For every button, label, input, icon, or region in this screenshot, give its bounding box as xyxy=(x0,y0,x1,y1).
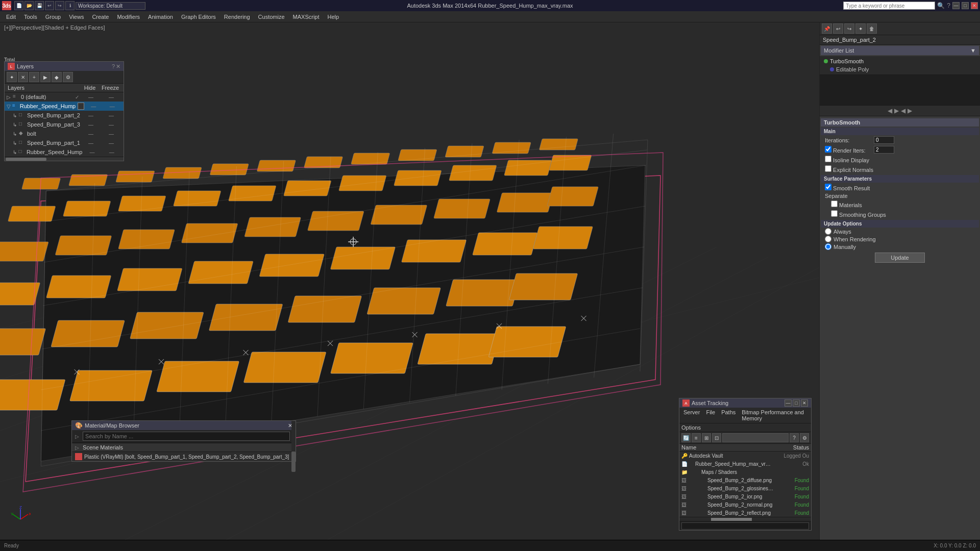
layer-row-bolt[interactable]: ↳ ◆ bolt — — xyxy=(5,129,124,138)
at-maximize-btn[interactable]: □ xyxy=(793,399,800,407)
at-row-reflect[interactable]: 🖼 Speed_Bump_2_reflect.png Found xyxy=(679,509,811,517)
menu-customize[interactable]: Customize xyxy=(254,13,289,21)
modifier-editablepoly[interactable]: Editable Poly xyxy=(820,65,980,73)
layers-delete-btn[interactable]: ✕ xyxy=(18,72,28,82)
mat-browser-search-input[interactable] xyxy=(83,432,290,441)
at-row-maps-shaders[interactable]: 📁 Maps / Shaders xyxy=(679,468,811,476)
layers-scrollbar-thumb[interactable] xyxy=(6,158,46,161)
at-tb-large[interactable]: ⊡ xyxy=(712,433,721,442)
pin-icon[interactable]: 📌 xyxy=(822,23,832,34)
layers-add-btn[interactable]: + xyxy=(29,72,39,82)
minimize-button[interactable]: — xyxy=(952,2,960,9)
at-settings-btn[interactable]: ⚙ xyxy=(800,433,809,442)
explicit-normals-checkbox[interactable] xyxy=(825,165,831,172)
modifier-turbosmooth[interactable]: TurboSmooth xyxy=(820,57,980,65)
menu-help[interactable]: Help xyxy=(324,13,344,21)
close-button[interactable]: ✕ xyxy=(971,2,978,9)
at-menu-paths[interactable]: Paths xyxy=(719,409,738,422)
open-btn[interactable]: 📂 xyxy=(24,1,34,10)
when-rendering-radio[interactable] xyxy=(825,236,831,242)
modifier-list-dropdown-icon[interactable]: ▼ xyxy=(970,47,976,54)
always-radio[interactable] xyxy=(825,228,831,235)
stack-nav-down[interactable]: ▶ xyxy=(894,107,899,114)
at-menu-file[interactable]: File xyxy=(704,409,717,422)
smooth-result-checkbox[interactable] xyxy=(825,184,831,190)
at-tb-list[interactable]: ≡ xyxy=(692,433,701,442)
layers-highlight-btn[interactable]: ◆ xyxy=(52,72,62,82)
menu-modifiers[interactable]: Modifiers xyxy=(113,13,144,21)
mat-browser-scrollbar[interactable] xyxy=(291,421,296,461)
at-menu-bitmap[interactable]: Bitmap Performance and Memory xyxy=(740,409,809,422)
scene-info-btn[interactable]: ℹ xyxy=(65,1,75,10)
layer-row-sb2[interactable]: ↳ □ Speed_Bump_part_2 — — xyxy=(5,111,124,120)
manually-radio[interactable] xyxy=(825,243,831,250)
layers-select-btn[interactable]: ▶ xyxy=(40,72,51,82)
menu-edit[interactable]: Edit xyxy=(2,13,20,21)
at-close-btn[interactable]: ✕ xyxy=(801,399,808,407)
stack-nav-left[interactable]: ◀ xyxy=(901,107,905,114)
layer-row-sb3[interactable]: ↳ □ Speed_Bump_part_3 — — xyxy=(5,120,124,129)
at-maps-icon: 📁 xyxy=(681,469,688,475)
layer-row-default[interactable]: ▷ ≡ 0 (default) ✓ — — xyxy=(5,92,124,102)
redo-btn[interactable]: ↪ xyxy=(55,1,64,10)
at-menu-server[interactable]: Server xyxy=(681,409,702,422)
at-tb-details[interactable]: ⊞ xyxy=(702,433,711,442)
help-btn[interactable]: ? xyxy=(947,2,950,9)
at-help-btn[interactable]: ? xyxy=(790,433,799,442)
layer-2-hide: — xyxy=(81,113,101,118)
menu-views[interactable]: Views xyxy=(65,13,88,21)
menu-tools[interactable]: Tools xyxy=(20,13,41,21)
at-search-input[interactable] xyxy=(681,522,809,530)
materials-checkbox[interactable] xyxy=(831,201,838,207)
mat-scrollbar-thumb[interactable] xyxy=(291,452,296,472)
workspace-selector[interactable] xyxy=(76,2,145,10)
delete-modifier-btn[interactable]: 🗑 xyxy=(867,23,877,34)
at-row-normal[interactable]: 🖼 Speed_Bump_2_normal.png Found xyxy=(679,500,811,509)
menu-graph-editors[interactable]: Graph Editors xyxy=(177,13,220,21)
layers-panel: L Layers ? ✕ ✦ ✕ + ▶ ◆ ⚙ Layers Hide Fre… xyxy=(4,61,124,161)
at-row-vault[interactable]: 🔑 Autodesk Vault Logged Ou xyxy=(679,452,811,460)
at-tb-refresh[interactable]: 🔄 xyxy=(681,433,691,442)
update-button[interactable]: Update xyxy=(875,253,924,263)
layer-row-rubber-hump[interactable]: ▽ ≡ Rubber_Speed_Hump — — xyxy=(5,102,124,111)
layers-close-btn[interactable]: ✕ xyxy=(116,63,120,70)
layer-row-rubber2[interactable]: ↳ □ Rubber_Speed_Hump — — xyxy=(5,147,124,157)
svg-rect-54 xyxy=(130,312,204,339)
layer-rubber2-icon: □ xyxy=(19,148,26,156)
asset-tracking-columns: Name Status xyxy=(679,444,811,452)
material-item-plastic[interactable]: Plastic (VRayMtl) [bolt, Speed_Bump_part… xyxy=(72,452,296,461)
svg-rect-36 xyxy=(181,223,238,243)
at-row-max-file[interactable]: 📄 Rubber_Speed_Hump_max_vray.max Ok xyxy=(679,460,811,468)
at-row-diffuse[interactable]: 🖼 Speed_Bump_2_diffuse.png Found xyxy=(679,476,811,484)
stack-nav-up[interactable]: ◀ xyxy=(888,107,892,114)
isoline-checkbox[interactable] xyxy=(825,156,831,162)
undo-btn[interactable]: ↩ xyxy=(45,1,54,10)
smoothing-groups-checkbox[interactable] xyxy=(831,210,838,217)
menu-group[interactable]: Group xyxy=(41,13,65,21)
render-iters-input[interactable] xyxy=(874,146,894,154)
at-row-glossiness[interactable]: 🖼 Speed_Bump_2_glossiness.png Found xyxy=(679,484,811,492)
at-options-menu[interactable]: Options xyxy=(681,424,701,431)
layer-0-check: ✓ xyxy=(74,94,81,100)
make-unique-btn[interactable]: ✦ xyxy=(855,23,866,34)
layers-new-btn[interactable]: ✦ xyxy=(7,72,17,82)
layers-help-btn[interactable]: ? xyxy=(112,63,115,70)
stack-nav-right[interactable]: ▶ xyxy=(908,107,912,114)
history-btn[interactable]: ↩ xyxy=(833,23,843,34)
layer-row-sb1[interactable]: ↳ □ Speed_Bump_part_1 — — xyxy=(5,138,124,147)
new-btn[interactable]: 📄 xyxy=(14,1,23,10)
search-input[interactable] xyxy=(843,2,935,10)
at-row-ior[interactable]: 🖼 Speed_Bump_2_ior.png Found xyxy=(679,492,811,500)
layers-settings-btn[interactable]: ⚙ xyxy=(63,72,73,82)
menu-animation[interactable]: Animation xyxy=(144,13,177,21)
search-icon[interactable]: 🔍 xyxy=(937,2,945,9)
at-minimize-btn[interactable]: — xyxy=(785,399,792,407)
forward-btn[interactable]: ↪ xyxy=(844,23,854,34)
menu-rendering[interactable]: Rendering xyxy=(220,13,254,21)
menu-create[interactable]: Create xyxy=(88,13,113,21)
save-btn[interactable]: 💾 xyxy=(35,1,44,10)
iterations-input[interactable] xyxy=(874,136,894,144)
maximize-button[interactable]: □ xyxy=(962,2,969,9)
menu-maxscript[interactable]: MAXScript xyxy=(289,13,324,21)
render-iters-checkbox[interactable] xyxy=(825,146,831,153)
